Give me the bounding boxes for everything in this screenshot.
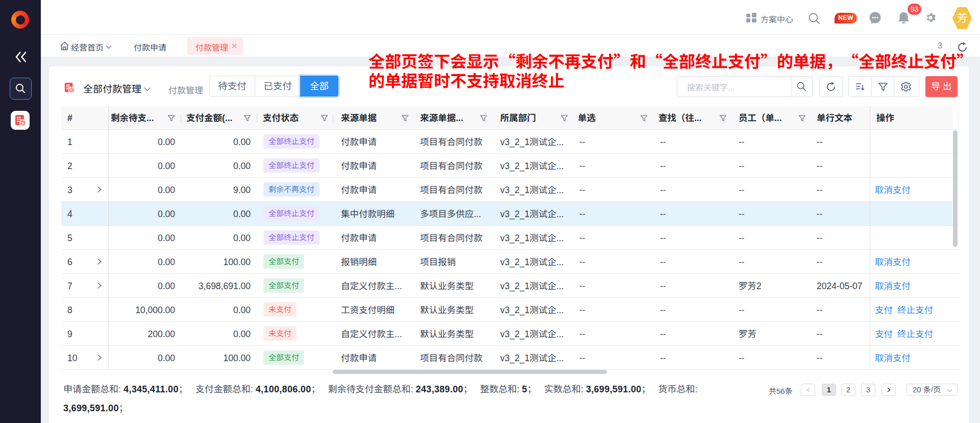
svg-text:¥: ¥ (21, 121, 24, 126)
svg-text:¥: ¥ (70, 88, 73, 92)
